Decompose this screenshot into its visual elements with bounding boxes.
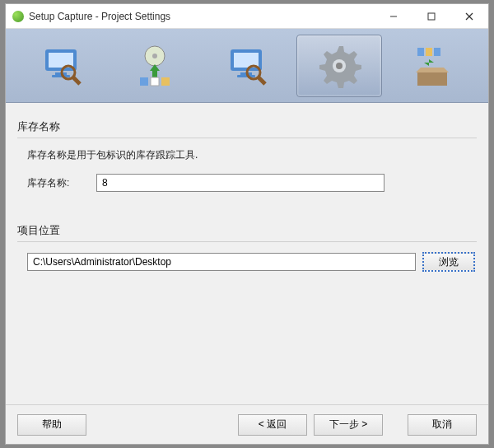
- close-button[interactable]: [450, 4, 488, 29]
- browse-button[interactable]: 浏览: [422, 252, 475, 272]
- wizard-strip: [6, 29, 488, 103]
- inventory-name-input[interactable]: [96, 174, 384, 192]
- wizard-step-post-scan[interactable]: [204, 35, 290, 97]
- cancel-button[interactable]: 取消: [408, 414, 477, 436]
- titlebar: Setup Capture - Project Settings: [6, 4, 488, 29]
- svg-line-21: [258, 77, 265, 84]
- monitor-search-icon: [39, 43, 85, 89]
- divider: [17, 241, 477, 242]
- svg-point-11: [152, 54, 157, 58]
- svg-rect-24: [417, 48, 424, 56]
- divider: [17, 138, 477, 138]
- svg-rect-25: [426, 48, 432, 56]
- back-button[interactable]: < 返回: [238, 414, 307, 436]
- wizard-step-initial-scan[interactable]: [19, 35, 105, 97]
- svg-rect-26: [434, 48, 440, 56]
- svg-line-9: [72, 77, 80, 84]
- inventory-section-label: 库存名称: [17, 119, 477, 134]
- package-build-icon: [409, 43, 455, 89]
- svg-rect-13: [140, 77, 148, 86]
- wizard-step-settings[interactable]: [296, 35, 382, 97]
- footer: 帮助 < 返回 下一步 > 取消: [6, 404, 488, 444]
- window-title: Setup Capture - Project Settings: [29, 11, 170, 22]
- body-area: 库存名称 库存名称是用于包标识的库存跟踪工具. 库存名称: 项目位置 浏览: [6, 103, 488, 404]
- close-icon: [465, 12, 473, 21]
- next-button[interactable]: 下一步 >: [314, 414, 383, 436]
- svg-marker-28: [416, 68, 449, 72]
- setup-capture-window: Setup Capture - Project Settings: [5, 3, 489, 445]
- location-section-label: 项目位置: [17, 223, 477, 238]
- wizard-step-install[interactable]: [112, 35, 198, 97]
- gear-icon: [316, 43, 362, 89]
- project-path-row: 浏览: [17, 252, 477, 272]
- minimize-button[interactable]: [375, 4, 412, 29]
- inventory-field-label: 库存名称:: [17, 176, 96, 190]
- svg-point-23: [336, 63, 343, 69]
- wizard-step-build[interactable]: [389, 35, 475, 97]
- svg-rect-14: [151, 77, 159, 86]
- svg-rect-1: [428, 13, 435, 20]
- svg-rect-7: [52, 75, 70, 77]
- maximize-icon: [427, 12, 436, 21]
- maximize-button[interactable]: [412, 4, 450, 29]
- disc-install-icon: [132, 43, 178, 89]
- window-controls: [375, 4, 488, 29]
- minimize-icon: [389, 12, 398, 21]
- svg-rect-19: [237, 75, 255, 77]
- project-path-input[interactable]: [27, 253, 416, 271]
- app-icon: [12, 11, 24, 22]
- svg-marker-27: [424, 59, 434, 66]
- monitor-rescan-icon: [224, 43, 270, 89]
- inventory-name-row: 库存名称:: [17, 174, 477, 192]
- inventory-description: 库存名称是用于包标识的库存跟踪工具.: [17, 148, 477, 162]
- help-button[interactable]: 帮助: [17, 414, 86, 436]
- svg-marker-12: [150, 64, 160, 77]
- svg-rect-29: [417, 72, 447, 86]
- svg-rect-15: [161, 77, 170, 86]
